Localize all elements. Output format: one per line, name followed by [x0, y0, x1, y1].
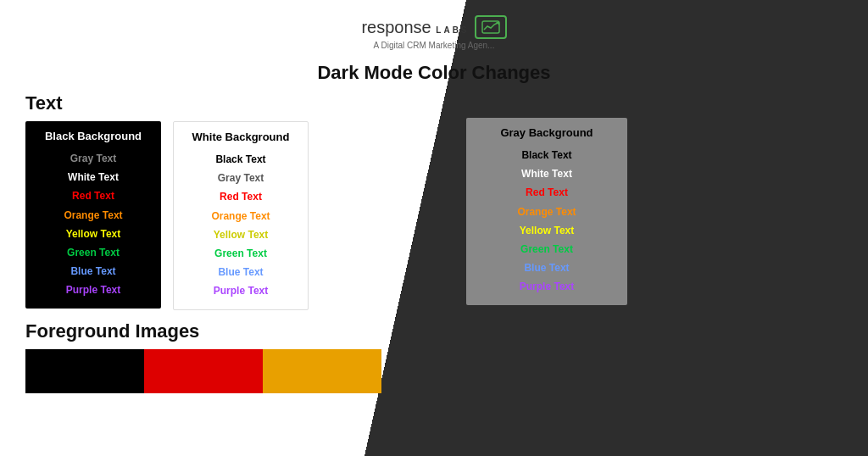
- logo-area: response LABS: [0, 15, 868, 39]
- blue-text-gray: Blue Text: [466, 259, 627, 277]
- orange-text-white: Orange Text: [174, 207, 308, 225]
- logo-icon: [475, 15, 507, 39]
- black-box-title: Black Background: [25, 130, 161, 142]
- green-text-gray: Green Text: [466, 240, 627, 259]
- text-section-label: Text: [25, 92, 432, 114]
- page-title: Dark Mode Color Changes: [0, 62, 868, 84]
- color-swatches: [25, 349, 432, 393]
- yellow-text-black: Yellow Text: [25, 225, 161, 243]
- black-text-gray: Black Text: [466, 146, 627, 164]
- orange-text-black: Orange Text: [25, 206, 161, 225]
- swatch-red: [144, 349, 263, 393]
- logo-response: response: [361, 18, 431, 36]
- gray-text-black: Gray Text: [25, 149, 161, 168]
- logo-text: response LABS: [361, 18, 469, 37]
- orange-text-gray: Orange Text: [466, 203, 627, 221]
- gray-background-box: Gray Background Black Text White Text Re…: [466, 118, 627, 305]
- purple-text-black: Purple Text: [25, 281, 161, 299]
- white-box-title: White Background: [174, 131, 308, 143]
- purple-text-white: Purple Text: [174, 281, 308, 300]
- blue-text-white: Blue Text: [174, 263, 308, 281]
- red-text-white: Red Text: [174, 187, 308, 206]
- white-background-box: White Background Black Text Gray Text Re…: [173, 121, 309, 310]
- yellow-text-white: Yellow Text: [174, 225, 308, 244]
- blue-text-black: Blue Text: [25, 262, 161, 281]
- green-text-black: Green Text: [25, 243, 161, 262]
- black-text-white: Black Text: [174, 150, 308, 169]
- white-text-gray: White Text: [466, 164, 627, 183]
- black-box-rows: Gray Text White Text Red Text Orange Tex…: [25, 149, 161, 300]
- black-background-box: Black Background Gray Text White Text Re…: [25, 121, 161, 309]
- red-text-gray: Red Text: [466, 183, 627, 202]
- page-content: response LABS A Digital CRM Marketing Ag…: [0, 0, 868, 456]
- tagline: A Digital CRM Marketing Agen...: [0, 41, 868, 50]
- header: response LABS A Digital CRM Marketing Ag…: [0, 0, 868, 50]
- swatch-gold: [263, 349, 381, 393]
- main-area: Text Black Background Gray Text White Te…: [0, 84, 868, 393]
- green-text-white: Green Text: [174, 244, 308, 263]
- white-text-black: White Text: [25, 168, 161, 186]
- yellow-text-gray: Yellow Text: [466, 221, 627, 240]
- logo-labs: LABS: [436, 25, 469, 35]
- gray-box-title: Gray Background: [466, 126, 627, 139]
- swatch-black: [25, 349, 144, 393]
- foreground-section: Foreground Images: [25, 320, 432, 393]
- foreground-label: Foreground Images: [25, 320, 432, 342]
- right-section: Gray Background Black Text White Text Re…: [449, 92, 771, 393]
- left-section: Text Black Background Gray Text White Te…: [25, 92, 432, 393]
- white-box-rows: Black Text Gray Text Red Text Orange Tex…: [174, 150, 308, 301]
- color-boxes: Black Background Gray Text White Text Re…: [25, 121, 432, 310]
- gray-box-rows: Black Text White Text Red Text Orange Te…: [466, 146, 627, 297]
- red-text-black: Red Text: [25, 186, 161, 205]
- purple-text-gray: Purple Text: [466, 277, 627, 296]
- gray-text-white: Gray Text: [174, 169, 308, 187]
